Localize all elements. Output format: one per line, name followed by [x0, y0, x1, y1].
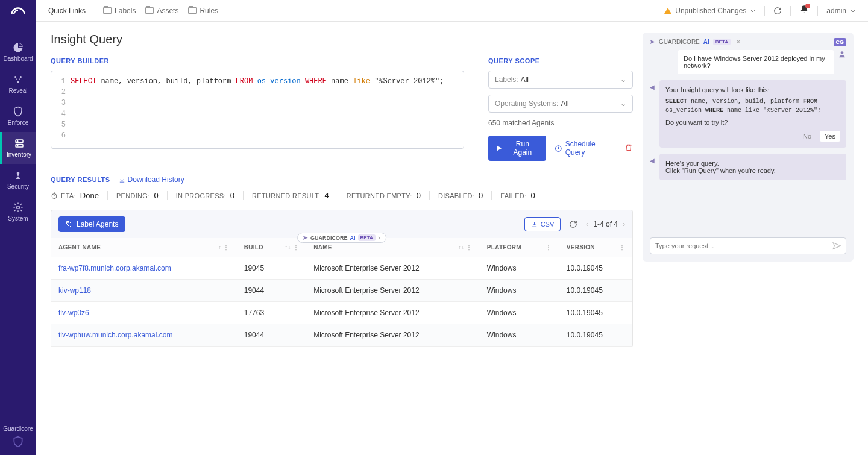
- os-select[interactable]: Operating Systems: All ⌄: [488, 95, 633, 113]
- results-table: AGENT NAME↑ ⋮BUILD↑↓ ⋮NAME↑↓ ⋮PLATFORM⋮V…: [51, 238, 632, 347]
- run-again-button[interactable]: Run Again: [488, 136, 546, 161]
- pager: ‹ 1-4 of 4 ›: [586, 220, 625, 228]
- delete-query-button[interactable]: [624, 143, 633, 154]
- svg-point-8: [805, 4, 810, 8]
- query-scope-label: QUERY SCOPE: [488, 57, 633, 64]
- svg-point-7: [17, 206, 20, 209]
- ai-no-button[interactable]: No: [798, 131, 816, 142]
- table-row: fra-wp7f8.munich.corp.akamai.com19045Mic…: [51, 257, 632, 280]
- column-header[interactable]: AGENT NAME↑ ⋮: [51, 238, 237, 257]
- page-title: Insight Query: [51, 33, 633, 46]
- nav-label: Enforce: [8, 119, 28, 126]
- ai-pill[interactable]: GUARDICOREAI BETA ×: [297, 233, 386, 243]
- sidebar-brand: Guardicore: [3, 425, 33, 449]
- query-editor[interactable]: 1SELECT name, version, build, platform F…: [51, 71, 464, 149]
- cg-badge: CG: [834, 38, 847, 46]
- nav-label: Security: [7, 183, 29, 190]
- agent-link[interactable]: tlv-wp0z6: [51, 302, 237, 324]
- stats-bar: ETA:Done PENDING:0 IN PROGRESS:0 RETURNE…: [51, 191, 633, 200]
- top-link-assets[interactable]: Assets: [145, 7, 178, 15]
- nav-security[interactable]: Security: [0, 164, 36, 196]
- query-builder-label: QUERY BUILDER: [51, 57, 464, 64]
- table-row: tlv-wphuw.munich.corp.akamai.com19044Mic…: [51, 324, 632, 347]
- column-header[interactable]: VERSION⋮: [559, 238, 632, 257]
- unpublished-changes[interactable]: Unpublished Changes: [664, 7, 756, 15]
- ai-text-input[interactable]: [655, 242, 832, 249]
- ai-caret-icon: ◀: [650, 157, 655, 164]
- warning-icon: [664, 8, 671, 14]
- svg-point-11: [68, 222, 69, 224]
- download-history-link[interactable]: Download History: [119, 175, 184, 184]
- pager-prev[interactable]: ‹: [586, 220, 588, 228]
- agent-link[interactable]: tlv-wphuw.munich.corp.akamai.com: [51, 324, 237, 347]
- nav-reveal[interactable]: Reveal: [0, 68, 36, 100]
- nav-inventory[interactable]: Inventory: [0, 132, 36, 164]
- table-row: kiv-wp11819044Microsoft Enterprise Serve…: [51, 280, 632, 302]
- ai-message: Here's your query. Click "Run Query" whe…: [659, 154, 846, 180]
- ai-panel: GUARDICOREAI BETA × CG Do I have Windows…: [643, 33, 854, 262]
- ai-caret-icon: ◀: [650, 84, 655, 90]
- folder-icon: [145, 7, 154, 14]
- user-message: Do I have Windows Server 2012 deployed i…: [678, 50, 834, 74]
- svg-point-6: [17, 145, 18, 146]
- svg-point-12: [841, 51, 844, 54]
- user-menu[interactable]: admin: [826, 7, 856, 15]
- stopwatch-icon: [51, 192, 58, 199]
- agent-link[interactable]: kiv-wp118: [51, 280, 237, 302]
- labels-select[interactable]: Labels: All ⌄: [488, 71, 633, 89]
- nav-label: System: [8, 215, 28, 222]
- topbar: Quick Links Labels Assets Rules Unpublis…: [36, 0, 868, 22]
- ai-yes-button[interactable]: Yes: [820, 131, 840, 142]
- svg-point-5: [17, 141, 18, 142]
- nav-dashboard[interactable]: Dashboard: [0, 36, 36, 68]
- chevron-down-icon: [850, 8, 856, 14]
- schedule-query-link[interactable]: Schedule Query: [555, 140, 616, 157]
- folder-icon: [103, 7, 112, 14]
- label-agents-button[interactable]: Label Agents: [58, 216, 125, 232]
- nav-enforce[interactable]: Enforce: [0, 100, 36, 132]
- brand-logo: [8, 5, 28, 24]
- send-icon: [650, 39, 655, 45]
- chevron-down-icon: [750, 8, 756, 14]
- quick-links-label: Quick Links: [48, 7, 93, 15]
- refresh-icon[interactable]: [569, 220, 577, 228]
- matched-agents: 650 matched Agents: [488, 119, 633, 127]
- top-link-labels[interactable]: Labels: [103, 7, 136, 15]
- nav-system[interactable]: System: [0, 196, 36, 228]
- export-csv-button[interactable]: CSV: [524, 217, 561, 231]
- top-link-rules[interactable]: Rules: [188, 7, 218, 15]
- ai-message: Your Insight query will look like this: …: [659, 80, 846, 148]
- agent-link[interactable]: fra-wp7f8.munich.corp.akamai.com: [51, 257, 237, 280]
- table-toolbar: Label Agents CSV ‹ 1-4 of 4 ›: [51, 210, 633, 238]
- nav-label: Reveal: [8, 87, 27, 94]
- send-icon: [303, 235, 308, 240]
- column-header[interactable]: BUILD↑↓ ⋮: [237, 238, 306, 257]
- nav-label: Dashboard: [4, 55, 33, 62]
- table-row: tlv-wp0z617763Microsoft Enterprise Serve…: [51, 302, 632, 324]
- notifications-icon[interactable]: [799, 5, 809, 16]
- ai-input[interactable]: [650, 237, 846, 254]
- close-icon[interactable]: ×: [737, 39, 740, 45]
- refresh-icon[interactable]: [773, 7, 782, 15]
- nav-label: Inventory: [7, 151, 31, 158]
- query-results-label: QUERY RESULTS: [51, 176, 110, 183]
- send-icon[interactable]: [832, 242, 841, 250]
- column-header[interactable]: PLATFORM⋮: [480, 238, 559, 257]
- sidebar: Dashboard Reveal Enforce Inventory Secur…: [0, 0, 36, 455]
- close-icon[interactable]: ×: [378, 235, 381, 241]
- pager-next[interactable]: ›: [623, 220, 625, 228]
- user-icon: [838, 50, 846, 58]
- folder-icon: [188, 7, 197, 14]
